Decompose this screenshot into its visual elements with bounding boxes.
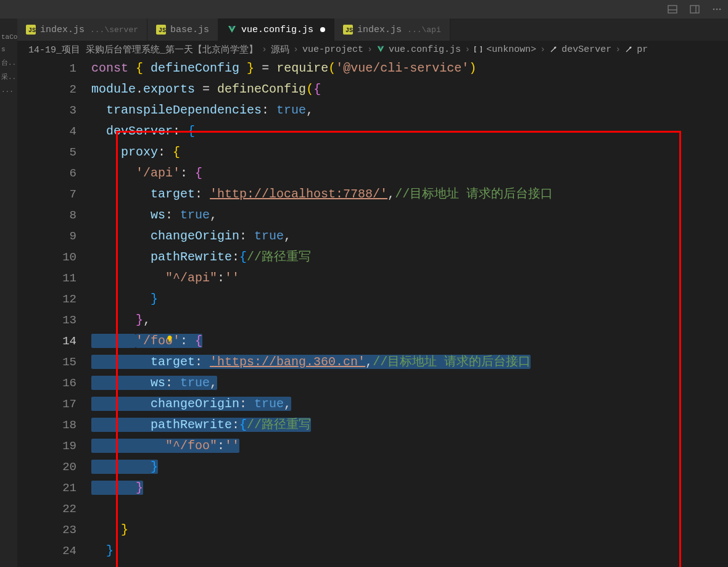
tab-base[interactable]: JS base.js [147, 19, 218, 41]
line-number: 18 [17, 415, 77, 436]
code-line[interactable]: "^/foo":'' [91, 436, 728, 457]
svg-point-6 [719, 9, 721, 10]
code-line[interactable]: transpileDependencies: true, [91, 100, 728, 121]
code-line[interactable]: } [91, 519, 728, 540]
line-number: 3 [17, 100, 77, 121]
svg-point-4 [713, 9, 715, 10]
sidebar-item[interactable]: 采... [0, 70, 17, 84]
line-number: 14 [17, 331, 77, 352]
code-line[interactable]: module.exports = defineConfig({ [91, 79, 728, 100]
breadcrumb-item[interactable]: devServer [561, 44, 611, 55]
line-number: 20 [17, 457, 77, 478]
breadcrumb-item[interactable]: 源码 [271, 44, 289, 56]
titlebar [0, 0, 728, 19]
tab-vue-config[interactable]: vue.config.js [218, 19, 334, 41]
tab-path: ...\server [90, 25, 138, 35]
chevron-right-icon: › [615, 44, 621, 55]
lightbulb-icon[interactable] [165, 335, 174, 344]
code-line[interactable]: target: 'https://bang.360.cn',//目标地址 请求的… [91, 352, 728, 373]
js-icon: JS [156, 25, 166, 35]
code-line[interactable]: proxy: { [91, 142, 728, 163]
sidebar-item[interactable]: ... [0, 84, 17, 96]
brackets-icon [474, 45, 482, 54]
tab-label: index.js [40, 25, 85, 35]
tab-index-api[interactable]: JS index.js ...\api [334, 19, 450, 41]
sidebar-item[interactable]: taCount [0, 31, 17, 43]
line-number: 23 [17, 519, 77, 540]
line-number: 15 [17, 352, 77, 373]
toggle-panel-icon[interactable] [668, 4, 677, 14]
tab-label: vue.config.js [241, 25, 313, 35]
breadcrumb-item[interactable]: 14-19_项目 采购后台管理系统_第一天【北京尚学堂】 [28, 44, 258, 56]
code-line[interactable]: changeOrigin: true, [91, 226, 728, 247]
code-line[interactable]: devServer: { [91, 121, 728, 142]
code-line[interactable]: ws: true, [91, 373, 728, 394]
chevron-right-icon: › [367, 44, 373, 55]
line-number: 11 [17, 268, 77, 289]
line-number: 22 [17, 499, 77, 519]
more-icon[interactable] [712, 4, 722, 14]
breadcrumb-item[interactable]: vue.config.js [389, 44, 461, 55]
chevron-right-icon: › [540, 44, 545, 55]
code-line[interactable]: target: 'http://localhost:7788/',//目标地址 … [91, 184, 728, 205]
code-line[interactable]: } [91, 457, 728, 478]
code-line[interactable]: ws: true, [91, 205, 728, 226]
chevron-right-icon: › [262, 44, 267, 55]
sidebar-item[interactable]: 台... [0, 56, 17, 70]
line-number: 2 [17, 79, 77, 100]
breadcrumb: 14-19_项目 采购后台管理系统_第一天【北京尚学堂】 › 源码 › vue-… [17, 41, 728, 58]
modified-indicator-icon [320, 27, 325, 32]
js-icon: JS [343, 25, 353, 35]
svg-point-5 [716, 9, 718, 10]
code-line[interactable]: "^/api":'' [91, 268, 728, 289]
sidebar-item[interactable]: s [0, 43, 17, 56]
line-number: 12 [17, 289, 77, 310]
wrench-icon [549, 45, 558, 54]
code-line[interactable]: '/api': { [91, 163, 728, 184]
tab-label: index.js [357, 25, 402, 35]
line-number: 1 [17, 58, 77, 79]
line-number: 7 [17, 184, 77, 205]
tabs: JS index.js ...\server JS base.js vue.co… [17, 19, 728, 41]
code-line[interactable]: }, [91, 310, 728, 331]
line-number: 10 [17, 247, 77, 268]
code-area[interactable]: const { defineConfig } = require('@vue/c… [91, 58, 728, 567]
wrench-icon [624, 45, 633, 54]
line-number: 24 [17, 540, 77, 561]
breadcrumb-item[interactable]: vue-project [302, 44, 363, 55]
vue-icon [376, 45, 385, 54]
line-number: 13 [17, 310, 77, 331]
editor[interactable]: 1 2 3 4 5 6 7 8 9 10 11 12 13 14 15 16 1… [17, 58, 728, 567]
code-line[interactable]: pathRewrite:{//路径重写 [91, 415, 728, 436]
svg-text:JS: JS [345, 27, 353, 34]
line-number: 21 [17, 478, 77, 499]
layout-icon[interactable] [690, 4, 700, 14]
line-number: 4 [17, 121, 77, 142]
line-number: 8 [17, 205, 77, 226]
svg-rect-2 [690, 6, 699, 13]
svg-text:JS: JS [28, 27, 36, 34]
tab-label: base.js [170, 25, 209, 35]
line-number: 19 [17, 436, 77, 457]
chevron-right-icon: › [293, 44, 299, 55]
gutter: 1 2 3 4 5 6 7 8 9 10 11 12 13 14 15 16 1… [17, 58, 91, 567]
code-line[interactable]: } [91, 540, 728, 561]
code-line[interactable]: changeOrigin: true, [91, 394, 728, 415]
vue-icon [227, 25, 237, 35]
code-line[interactable]: } [91, 478, 728, 499]
code-line[interactable] [91, 499, 728, 519]
tab-path: ...\api [407, 25, 441, 35]
tab-index-server[interactable]: JS index.js ...\server [17, 19, 147, 41]
code-line[interactable]: '/foo': { [91, 331, 728, 352]
breadcrumb-item[interactable]: <unknown> [486, 44, 536, 55]
svg-rect-0 [668, 6, 677, 13]
line-number: 16 [17, 373, 77, 394]
code-line[interactable]: } [91, 289, 728, 310]
js-icon: JS [26, 25, 36, 35]
line-number: 5 [17, 142, 77, 163]
sidebar: taCount s 台... 采... ... [0, 19, 17, 567]
code-line[interactable]: const { defineConfig } = require('@vue/c… [91, 58, 728, 79]
code-line[interactable]: pathRewrite:{//路径重写 [91, 247, 728, 268]
breadcrumb-item[interactable]: pr [637, 44, 648, 55]
chevron-right-icon: › [465, 44, 470, 55]
